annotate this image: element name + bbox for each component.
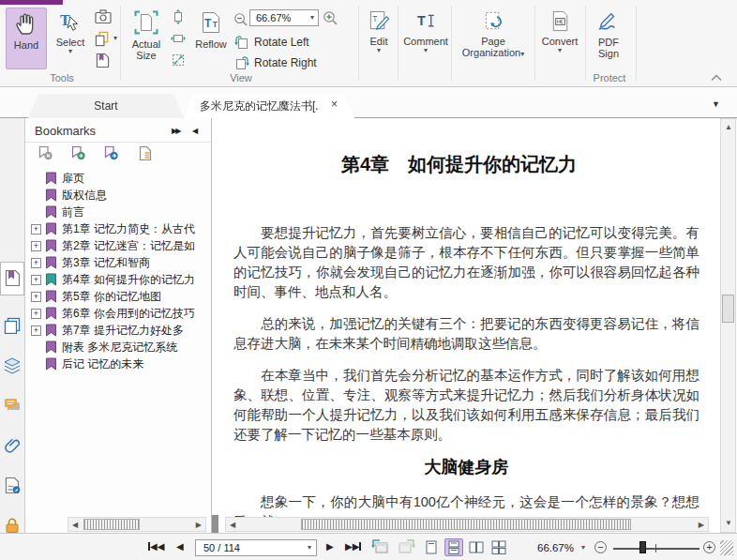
bookmark-item[interactable]: + 第6章 你会用到的记忆技巧 [31, 305, 209, 322]
comment-button[interactable]: T Comment ▾ [401, 8, 450, 71]
bookmark-item[interactable]: + 第2章 记忆迷宫：记忆是如 [31, 237, 209, 254]
scrollbar-thumb[interactable] [722, 295, 734, 323]
file-menu-strip[interactable] [0, 0, 63, 5]
panel-horizontal-scrollbar[interactable]: ◀ ▶ [68, 517, 206, 532]
security-panel-button[interactable] [4, 517, 21, 534]
select-tool-button[interactable]: T Select ▾ [49, 8, 92, 68]
fit-page-button[interactable] [171, 9, 186, 24]
bookmark-item[interactable]: + 第1章 记忆力简史：从古代 [31, 220, 209, 237]
bookmark-item[interactable]: 版权信息 [31, 187, 209, 204]
next-view-button[interactable] [398, 539, 415, 554]
bookmarks-tree: 扉页 版权信息 前言 + 第1章 记忆力简史：从古代 + 第2章 记忆迷宫：记忆… [31, 170, 209, 372]
document-vertical-scrollbar[interactable]: ▲ ▼ [720, 118, 736, 533]
tab-document[interactable]: 多米尼克的记忆魔法书[... × [184, 94, 354, 118]
panel-splitter-handle[interactable] [212, 515, 218, 533]
zoom-combo-dropdown-arrow[interactable]: ▾ [310, 14, 314, 22]
first-page-button[interactable]: ◀◀ [148, 540, 164, 553]
convert-button[interactable]: Convert ▾ [536, 8, 583, 71]
delete-bookmark-button[interactable] [38, 145, 53, 161]
facing-layout-button[interactable] [467, 538, 486, 556]
comments-panel-button[interactable] [4, 397, 21, 414]
bookmark-item[interactable]: + 第3章 记忆和智商 [31, 254, 209, 271]
document-text: 要想提升记忆力，首先要树立信心，要相信自己的记忆可以变得完美。有人可能会说自己的… [233, 223, 699, 532]
expand-current-bookmark-button[interactable] [138, 145, 153, 161]
scrollbar-thumb[interactable] [301, 519, 631, 530]
scroll-right-arrow[interactable]: ▶ [699, 522, 704, 529]
next-page-button[interactable]: ▶ [326, 540, 334, 553]
zoom-level-combobox[interactable]: 66.67% ▾ [249, 9, 319, 26]
zoom-slider-thumb[interactable] [639, 541, 646, 553]
scroll-right-arrow[interactable]: ▶ [196, 522, 202, 529]
page-combo-dropdown-arrow[interactable]: ▾ [308, 544, 311, 552]
bookmark-item[interactable]: 附表 多米尼克记忆系统 [31, 339, 209, 356]
zoom-in-tool-icon[interactable] [323, 10, 338, 25]
add-bookmark-button[interactable] [70, 145, 86, 161]
expand-toggle[interactable]: + [31, 258, 41, 268]
pdf-sign-button[interactable]: PDF Sign [587, 8, 630, 71]
collapse-panel-button[interactable]: ◀ [192, 127, 198, 135]
expand-panel-button[interactable]: ▶▶ [172, 127, 179, 135]
single-page-layout-button[interactable] [422, 538, 441, 556]
document-view[interactable]: 第4章 如何提升你的记忆力 要想提升记忆力，首先要树立信心，要相信自己的记忆可以… [218, 118, 720, 533]
bookmark-item[interactable]: 后记 记忆的未来 [31, 356, 209, 372]
zoom-out-button[interactable]: − [594, 541, 607, 553]
convert-dropdown-arrow: ▾ [558, 47, 562, 54]
rotate-right-button[interactable]: Rotate Right [254, 56, 317, 69]
zoom-in-button[interactable]: + [703, 541, 715, 553]
zoom-out-tool-icon[interactable] [233, 12, 248, 26]
scroll-left-arrow[interactable]: ◀ [230, 522, 235, 529]
rotate-left-button[interactable]: Rotate Left [254, 36, 309, 49]
actual-size-button[interactable]: Actual Size [125, 8, 168, 73]
document-horizontal-scrollbar[interactable]: ◀ ▶ [225, 517, 709, 532]
scroll-down-arrow[interactable]: ▼ [725, 520, 732, 527]
previous-page-button[interactable]: ◀ [176, 540, 184, 553]
page-number-combobox[interactable]: 50 / 114 ▾ [195, 539, 317, 556]
snapshot-button[interactable] [95, 9, 112, 24]
tab-start[interactable]: Start [28, 94, 184, 118]
tab-list-dropdown-arrow[interactable]: ▼ [712, 99, 720, 109]
expand-toggle[interactable]: + [31, 241, 41, 251]
expand-toggle[interactable]: + [31, 275, 41, 285]
clipboard-dropdown-arrow[interactable]: ▾ [113, 35, 117, 42]
window-resize-grip[interactable] [720, 540, 733, 555]
layers-panel-button[interactable] [4, 357, 21, 374]
scrollbar-thumb[interactable] [83, 519, 140, 530]
continuous-facing-layout-button[interactable] [489, 538, 508, 556]
zoom-slider-track[interactable] [613, 548, 699, 550]
start-tab-label: Start [94, 99, 117, 113]
edit-button[interactable]: T Edit ▾ [362, 8, 396, 71]
previous-view-button[interactable] [371, 539, 389, 554]
svg-text:T: T [204, 17, 212, 30]
expand-toggle[interactable]: + [31, 292, 41, 302]
bookmark-item[interactable]: + 第5章 你的记忆地图 [31, 288, 209, 305]
goto-bookmark-button[interactable] [103, 145, 119, 161]
attachments-panel-button[interactable] [4, 437, 21, 454]
actual-size-label: Actual Size [125, 38, 168, 61]
pages-panel-button[interactable] [4, 317, 21, 334]
bookmark-item[interactable]: + 第7章 提升记忆力好处多 [31, 322, 209, 339]
status-zoom-dropdown-arrow[interactable]: ▾ [581, 544, 585, 552]
collapse-ribbon-button[interactable] [711, 74, 722, 82]
fit-visible-button[interactable] [171, 53, 186, 68]
clipboard-button[interactable] [95, 31, 111, 47]
bookmark-item[interactable]: 扉页 [31, 170, 209, 187]
scroll-left-arrow[interactable]: ◀ [72, 522, 78, 529]
bookmark-page-button[interactable] [96, 53, 110, 68]
last-page-button[interactable]: ▶▶ [345, 540, 361, 553]
expand-toggle[interactable]: + [31, 309, 41, 319]
signatures-panel-button[interactable] [4, 477, 21, 494]
group-separator [358, 6, 359, 81]
bookmarks-panel-button[interactable] [4, 269, 21, 287]
expand-toggle[interactable]: + [31, 224, 41, 235]
fit-width-button[interactable] [171, 31, 186, 46]
page-organization-button[interactable]: Page Organization▾ [454, 8, 533, 71]
hand-tool-button[interactable]: Hand [6, 8, 47, 69]
continuous-layout-button[interactable] [444, 538, 463, 556]
scroll-up-arrow[interactable]: ▲ [725, 124, 732, 131]
reflow-button[interactable]: TT Reflow [190, 8, 232, 68]
expand-toggle[interactable]: + [31, 325, 41, 336]
convert-icon [549, 10, 571, 34]
close-tab-button[interactable]: × [331, 98, 338, 110]
bookmark-item[interactable]: 前言 [31, 204, 209, 220]
bookmark-item-current[interactable]: + 第4章 如何提升你的记忆力 [31, 271, 209, 288]
